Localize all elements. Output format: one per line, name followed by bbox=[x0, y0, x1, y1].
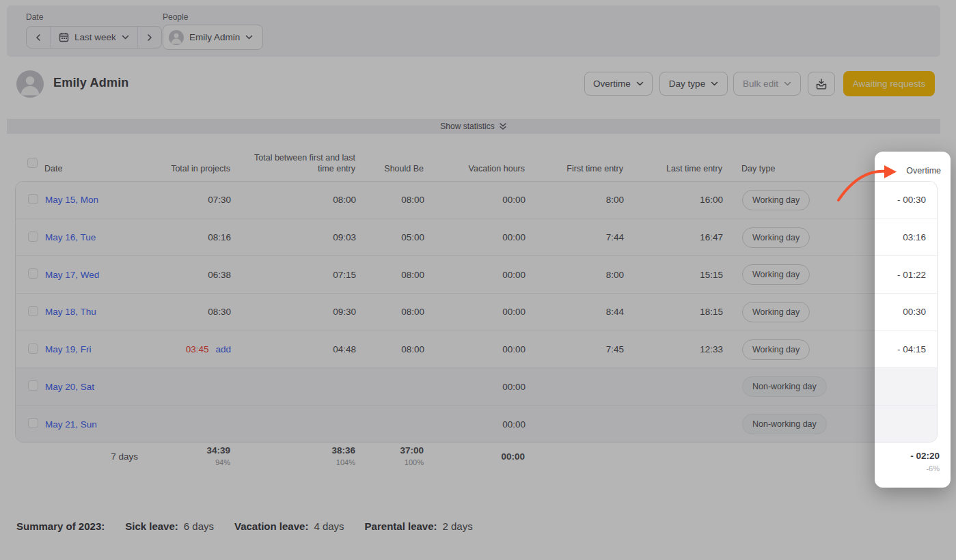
overtime-column-header: Overtime bbox=[906, 166, 941, 176]
overtime-cell: - 01:22 bbox=[875, 256, 937, 294]
overtime-cell: 03:16 bbox=[875, 219, 937, 257]
overtime-cell: - 00:30 bbox=[875, 182, 937, 219]
overtime-cell bbox=[875, 406, 937, 443]
overtime-column-spotlight: Overtime - 00:30 03:16 - 01:22 00:30 - 0… bbox=[875, 152, 951, 488]
overtime-cell bbox=[875, 368, 937, 406]
overtime-cell: - 04:15 bbox=[875, 331, 937, 369]
overtime-values-panel: - 00:30 03:16 - 01:22 00:30 - 04:15 bbox=[875, 181, 938, 443]
overtime-cell: 00:30 bbox=[875, 294, 937, 331]
tutorial-dim-overlay bbox=[0, 0, 956, 560]
overtime-total: - 02:20 -6% bbox=[910, 451, 940, 473]
